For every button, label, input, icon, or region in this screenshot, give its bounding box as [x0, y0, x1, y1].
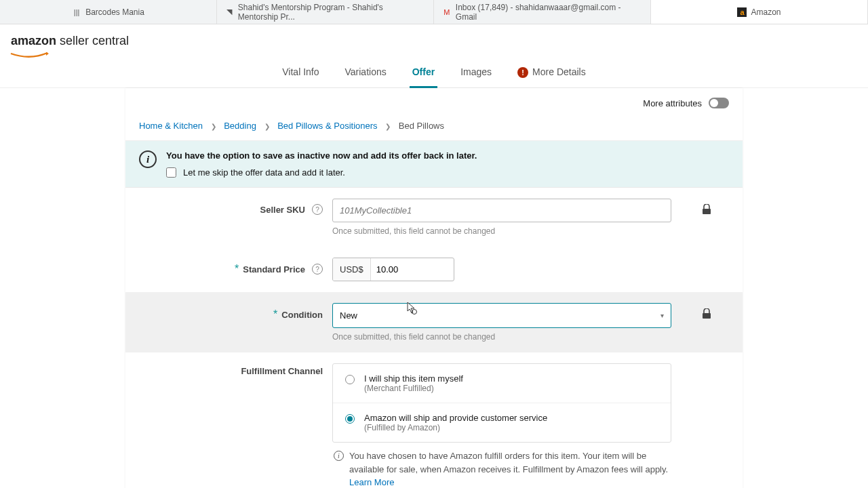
help-icon[interactable]: ? [312, 264, 323, 274]
seller-sku-input[interactable] [332, 199, 671, 222]
form-panel: More attributes Home & Kitchen ❯ Bedding… [125, 88, 743, 488]
browser-tab[interactable]: ||| Barcodes Mania [0, 0, 217, 24]
condition-label: Condition [281, 310, 323, 320]
tab-offer[interactable]: Offer [410, 61, 437, 87]
seller-sku-label: Seller SKU [260, 205, 305, 215]
option-title: Amazon will ship and provide customer se… [364, 413, 547, 423]
breadcrumb-link[interactable]: Home & Kitchen [139, 121, 203, 131]
fulfillment-option-amazon[interactable]: Amazon will ship and provide customer se… [333, 403, 671, 442]
row-fulfillment: Fulfillment Channel I will ship this ite… [125, 352, 743, 488]
lock-icon [702, 199, 729, 218]
barcode-icon: ||| [72, 7, 81, 17]
condition-hint: Once submitted, this field cannot be cha… [332, 332, 702, 342]
row-seller-sku: Seller SKU ? Once submitted, this field … [125, 188, 743, 247]
skip-offer-label: Let me skip the offer data and add it la… [183, 167, 345, 178]
svg-rect-2 [703, 313, 711, 319]
tab-vital-info[interactable]: Vital Info [279, 61, 321, 87]
more-attributes-label: More attributes [643, 98, 702, 108]
browser-tabs: ||| Barcodes Mania ◥ Shahid's Mentorship… [0, 0, 868, 24]
skip-offer-row[interactable]: Let me skip the offer data and add it la… [166, 167, 729, 178]
seller-sku-hint: Once submitted, this field cannot be cha… [332, 226, 702, 236]
price-field: USD$ [332, 258, 454, 281]
required-mark: * [235, 263, 239, 275]
option-subtitle: (Merchant Fulfilled) [364, 384, 463, 393]
tab-title: Amazon [751, 7, 781, 17]
product-tabs: Vital Info Variations Offer Images !More… [0, 53, 868, 88]
fulfillment-note-text: You have chosen to have Amazon fulfill o… [349, 451, 668, 474]
seller-central-logo: amazon seller central [0, 24, 868, 52]
chevron-right-icon: ❯ [385, 123, 391, 130]
gmail-icon: M [442, 7, 452, 17]
chevron-right-icon: ❯ [211, 123, 216, 130]
row-standard-price: * Standard Price ? USD$ [125, 247, 743, 292]
info-icon: i [139, 150, 157, 168]
amazon-icon: a [737, 7, 747, 17]
chevron-right-icon: ❯ [264, 123, 270, 130]
radio-checked-icon [345, 414, 355, 424]
currency-label: USD$ [333, 258, 371, 281]
option-subtitle: (Fulfilled by Amazon) [364, 423, 547, 432]
chevron-down-icon: ▾ [660, 312, 664, 319]
standard-price-label: Standard Price [243, 264, 305, 274]
fulfillment-options: I will ship this item myself (Merchant F… [332, 363, 671, 443]
row-condition: * Condition New ▾ Once submitted, this f… [125, 292, 743, 352]
breadcrumb-link[interactable]: Bedding [224, 121, 256, 131]
tab-title: Inbox (17,849) - shahidanwaaar@gmail.com… [456, 3, 642, 22]
site-icon: ◥ [225, 7, 234, 17]
svg-rect-0 [703, 209, 711, 214]
learn-more-link[interactable]: Learn More [349, 477, 394, 487]
swoosh-icon [9, 52, 50, 60]
standard-price-input[interactable] [371, 258, 439, 281]
fulfillment-option-merchant[interactable]: I will ship this item myself (Merchant F… [333, 364, 671, 403]
option-title: I will ship this item myself [364, 373, 463, 384]
tab-title: Shahid's Mentorship Program - Shahid's M… [238, 3, 425, 22]
browser-tab-active[interactable]: a Amazon [651, 0, 868, 24]
browser-tab[interactable]: M Inbox (17,849) - shahidanwaaar@gmail.c… [434, 0, 651, 24]
condition-select[interactable]: New ▾ [332, 303, 671, 328]
tab-more-details[interactable]: !More Details [515, 61, 589, 87]
radio-unchecked-icon [345, 375, 355, 384]
lock-icon [702, 303, 729, 322]
help-icon[interactable]: ? [312, 204, 323, 215]
warning-icon: ! [517, 67, 528, 78]
tab-images[interactable]: Images [458, 61, 494, 87]
fulfillment-note: i You have chosen to have Amazon fulfill… [332, 443, 671, 488]
breadcrumb: Home & Kitchen ❯ Bedding ❯ Bed Pillows &… [125, 114, 743, 141]
breadcrumb-link[interactable]: Bed Pillows & Positioners [277, 121, 377, 131]
alert-title: You have the option to save as inactive … [166, 150, 729, 161]
tab-variations[interactable]: Variations [342, 61, 389, 87]
condition-value: New [340, 310, 357, 321]
fulfillment-label: Fulfillment Channel [241, 366, 323, 376]
browser-tab[interactable]: ◥ Shahid's Mentorship Program - Shahid's… [217, 0, 434, 24]
more-attributes-toggle[interactable] [709, 98, 729, 108]
info-alert: i You have the option to save as inactiv… [125, 141, 743, 188]
info-icon: i [334, 451, 344, 461]
skip-offer-checkbox[interactable] [166, 167, 176, 178]
page-scroll[interactable]: amazon seller central Vital Info Variati… [0, 24, 868, 488]
breadcrumb-current: Bed Pillows [399, 121, 444, 131]
required-mark: * [273, 308, 277, 321]
tab-title: Barcodes Mania [85, 7, 144, 17]
more-attributes-bar: More attributes [125, 88, 743, 114]
